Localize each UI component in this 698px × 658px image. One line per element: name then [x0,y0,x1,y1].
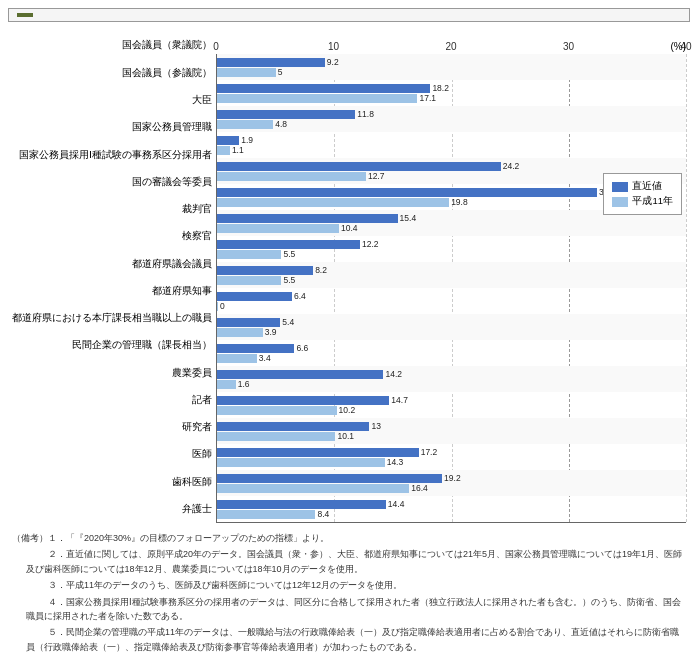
y-label: 記者 [12,387,212,413]
bar-old: 4.8 [217,120,686,129]
x-unit: (%) [670,41,686,52]
chart-area: 国会議員（衆議院）国会議員（参議院）大臣国家公務員管理職国家公務員採用Ⅰ種試験の… [8,32,690,523]
bar-recent: 6.4 [217,292,686,301]
bar-old: 5 [217,68,686,77]
note-item: ４．国家公務員採用Ⅰ種試験事務系区分の採用者のデータは、同区分に合格して採用され… [12,595,686,624]
bar-row: 11.84.8 [217,106,686,132]
y-label: 国家公務員管理職 [12,114,212,140]
y-label: 都道府県における本庁課長相当職以上の職員 [12,305,212,331]
y-label: 裁判官 [12,196,212,222]
y-label: 民間企業の管理職（課長相当） [12,333,212,359]
bar-row: 14.21.6 [217,366,686,392]
x-tick: 30 [563,41,574,52]
bar-recent: 14.7 [217,396,686,405]
note-item: ３．平成11年のデータのうち、医師及び歯科医師については12年12月のデータを使… [12,578,686,592]
bar-recent: 12.2 [217,240,686,249]
bar-old: 8.4 [217,510,686,519]
bar-old: 16.4 [217,484,686,493]
note-item: ２．直近値に関しては、原則平成20年のデータ。国会議員（衆・参）、大臣、都道府県… [12,547,686,576]
bar-recent: 6.6 [217,344,686,353]
bar-old: 1.6 [217,380,686,389]
y-label: 大臣 [12,87,212,113]
bar-recent: 19.2 [217,474,686,483]
bar-recent: 5.4 [217,318,686,327]
y-label: 都道府県議会議員 [12,251,212,277]
bar-old: 10.1 [217,432,686,441]
chart-right: 010203040(%) 9.2518.217.111.84.81.91.124… [216,32,686,523]
y-label: 国会議員（衆議院） [12,33,212,59]
bar-row: 6.40 [217,288,686,314]
bar-row: 5.43.9 [217,314,686,340]
bar-recent: 18.2 [217,84,686,93]
bar-row: 8.25.5 [217,262,686,288]
y-label: 国家公務員採用Ⅰ種試験の事務系区分採用者 [12,142,212,168]
bar-old: 1.1 [217,146,686,155]
grid-line [686,54,687,522]
x-tick: 20 [445,41,456,52]
bar-old: 10.4 [217,224,686,233]
legend-year11: 平成11年 [612,195,673,208]
x-tick: 0 [213,41,219,52]
bar-old: 14.3 [217,458,686,467]
bar-row: 6.63.4 [217,340,686,366]
bar-old: 5.5 [217,250,686,259]
bar-recent: 1.9 [217,136,686,145]
bar-recent: 11.8 [217,110,686,119]
bar-row: 14.710.2 [217,392,686,418]
y-label: 国会議員（参議院） [12,60,212,86]
notes-section: （備考）１．「『2020年30%』の目標のフォローアップのための指標」より。 ２… [8,531,690,654]
bar-row: 9.25 [217,54,686,80]
bar-old: 0 [217,302,686,311]
y-label: 弁護士 [12,496,212,522]
x-axis-top: 010203040(%) [216,32,686,54]
bar-recent: 9.2 [217,58,686,67]
bar-old: 5.5 [217,276,686,285]
y-axis-labels: 国会議員（衆議院）国会議員（参議院）大臣国家公務員管理職国家公務員採用Ⅰ種試験の… [12,32,216,523]
bar-row: 18.217.1 [217,80,686,106]
legend-color-box [612,197,628,207]
y-label: 歯科医師 [12,469,212,495]
bar-old: 17.1 [217,94,686,103]
bar-row: 1.91.1 [217,132,686,158]
legend-label: 直近値 [632,180,662,193]
bar-row: 19.216.4 [217,470,686,496]
y-label: 国の審議会等委員 [12,169,212,195]
note-item: （備考）１．「『2020年30%』の目標のフォローアップのための指標」より。 [12,531,686,545]
note-item: ５．民間企業の管理職の平成11年のデータは、一般職給与法の行政職俸給表（一）及び… [12,625,686,654]
bar-old: 3.4 [217,354,686,363]
bar-recent: 14.2 [217,370,686,379]
legend: 直近値平成11年 [603,173,682,215]
legend-color-box [612,182,628,192]
x-tick: 10 [328,41,339,52]
bar-row: 12.25.5 [217,236,686,262]
bar-row: 14.48.4 [217,496,686,522]
title-box [8,8,690,22]
bar-recent: 14.4 [217,500,686,509]
bar-recent: 24.2 [217,162,686,171]
y-label: 医師 [12,442,212,468]
bar-recent: 8.2 [217,266,686,275]
bar-old: 3.9 [217,328,686,337]
bars-container: 9.2518.217.111.84.81.91.124.212.732.419.… [216,54,686,523]
legend-recent: 直近値 [612,180,673,193]
y-label: 都道府県知事 [12,278,212,304]
y-label: 検察官 [12,223,212,249]
bar-row: 17.214.3 [217,444,686,470]
bar-row: 1310.1 [217,418,686,444]
y-label: 農業委員 [12,360,212,386]
bar-recent: 17.2 [217,448,686,457]
bar-recent: 13 [217,422,686,431]
bar-old: 10.2 [217,406,686,415]
legend-label: 平成11年 [632,195,673,208]
y-label: 研究者 [12,414,212,440]
figure-number [17,13,33,17]
